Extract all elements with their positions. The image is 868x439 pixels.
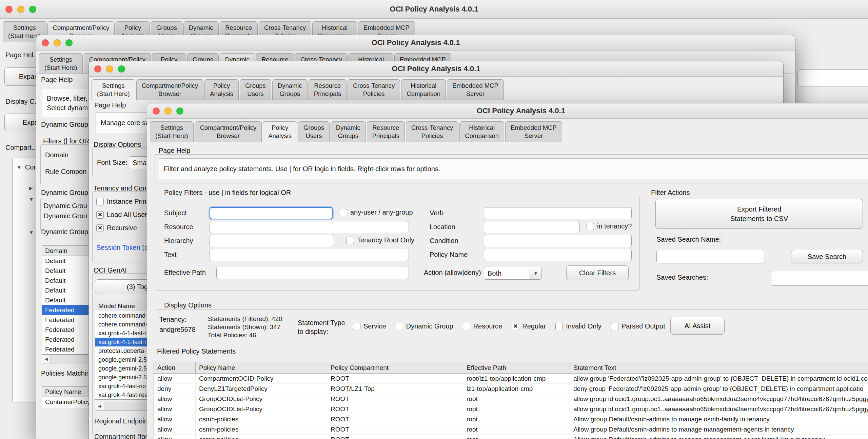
titlebar[interactable]: OCI Policy Analysis 4.0.1 xyxy=(89,61,783,77)
close-icon[interactable] xyxy=(42,39,49,46)
tab[interactable]: Settings (Start Here) xyxy=(150,121,194,142)
tab[interactable]: Policy Analysis xyxy=(204,79,239,100)
column-header-action[interactable]: Action xyxy=(154,362,196,373)
checkbox-row[interactable]: Invalid Only xyxy=(555,322,601,330)
tab[interactable]: Historical Comparison xyxy=(459,121,504,142)
checkbox[interactable] xyxy=(611,323,618,330)
tab[interactable]: Groups Users xyxy=(298,121,330,142)
tab[interactable]: Cross-Tenancy Policies xyxy=(406,121,458,142)
saved-search-name-input[interactable] xyxy=(656,250,764,263)
subject-input[interactable] xyxy=(210,207,333,219)
minimize-icon[interactable] xyxy=(164,107,172,115)
scroll-left-icon[interactable]: ◀ xyxy=(42,355,51,363)
tab[interactable]: Settings (Start Here) xyxy=(92,79,135,100)
minimize-icon[interactable] xyxy=(54,39,61,46)
text-field-fragment[interactable] xyxy=(797,69,868,86)
tenancy-root-checkbox[interactable] xyxy=(347,237,354,244)
condition-input[interactable] xyxy=(484,235,632,247)
tab[interactable]: Policy Analysis xyxy=(263,121,297,142)
table-row[interactable]: deny DenyLZ1TargetedPolicy ROOT/LZ1-Top … xyxy=(154,384,868,394)
titlebar[interactable]: OCI Policy Analysis 4.0.1 xyxy=(147,103,868,119)
chevron-down-icon[interactable]: ▼ xyxy=(29,196,34,202)
policy-name-input[interactable] xyxy=(484,249,632,261)
tab[interactable]: Settings (Start Here) xyxy=(39,53,83,74)
checkbox[interactable] xyxy=(463,323,470,330)
minimize-icon[interactable] xyxy=(17,6,24,13)
location-input[interactable] xyxy=(484,221,580,233)
close-icon[interactable] xyxy=(5,6,13,13)
session-token-link[interactable]: Session Token (oc xyxy=(96,244,152,252)
tree-node[interactable]: ▼ xyxy=(29,196,34,202)
in-tenancy-checkbox-row[interactable]: in tenancy? xyxy=(587,222,632,230)
filter-actions-label: Filter Actions xyxy=(651,189,690,197)
checkbox-row[interactable]: Resource xyxy=(463,322,502,330)
checkbox-row[interactable]: Service xyxy=(353,322,386,330)
tenancy-root-checkbox-row[interactable]: Tenancy Root Only xyxy=(347,236,414,244)
tab[interactable]: Embedded MCP Server xyxy=(447,79,504,100)
tab[interactable]: Embedded MCP Server xyxy=(505,121,562,142)
checkbox-row[interactable]: Parsed Output xyxy=(611,322,665,330)
minimize-icon[interactable] xyxy=(106,65,113,73)
table-row[interactable]: allow GroupOCIDList-Policy ROOT root all… xyxy=(154,394,868,404)
table-row[interactable]: allow GroupOCIDList-Policy ROOT root all… xyxy=(154,404,868,414)
clear-filters-button[interactable]: Clear Filters xyxy=(566,265,629,280)
table-row[interactable]: allow osmh-policies ROOT root Allow grou… xyxy=(154,414,868,424)
action-select[interactable]: Both ▼ xyxy=(484,267,542,280)
close-icon[interactable] xyxy=(94,65,101,73)
tab[interactable]: Dynamic Groups xyxy=(331,121,366,142)
chevron-down-icon[interactable]: ▼ xyxy=(29,230,34,235)
column-header-statement-text[interactable]: Statement Text xyxy=(570,362,868,373)
checkbox[interactable] xyxy=(555,323,563,330)
column-header-effective-path[interactable]: Effective Path xyxy=(463,362,570,373)
zoom-icon[interactable] xyxy=(29,6,36,13)
any-user-checkbox[interactable] xyxy=(340,209,347,216)
tab[interactable]: Historical Comparison xyxy=(401,79,446,100)
text-input[interactable] xyxy=(210,249,409,261)
chevron-down-icon[interactable]: ▼ xyxy=(17,164,22,170)
tab[interactable]: Resource Principals xyxy=(367,121,405,142)
checkbox[interactable] xyxy=(512,323,519,330)
checkbox-row[interactable]: Recursive xyxy=(96,224,151,232)
saved-searches-select[interactable] xyxy=(771,271,868,286)
verb-input[interactable] xyxy=(484,207,632,219)
titlebar[interactable]: OCI Policy Analysis 4.0.1 xyxy=(0,0,868,19)
tab[interactable]: Dynamic Groups xyxy=(272,79,308,100)
titlebar[interactable]: OCI Policy Analysis 4.0.1 xyxy=(36,35,795,51)
zoom-icon[interactable] xyxy=(65,39,73,46)
resource-input[interactable] xyxy=(210,221,409,233)
chevron-down-icon[interactable]: ▼ xyxy=(530,267,541,279)
tab[interactable]: Compartment/Policy Browser xyxy=(195,121,262,142)
zoom-icon[interactable] xyxy=(118,65,125,73)
save-search-button[interactable]: Save Search xyxy=(791,250,863,263)
checkbox-row[interactable]: Instance Princi xyxy=(96,198,151,205)
ai-assist-button[interactable]: AI Assist xyxy=(670,317,725,335)
table-row[interactable]: allow CompartmentOCID-Policy ROOT root/l… xyxy=(154,374,868,384)
checkbox[interactable] xyxy=(96,211,104,219)
column-header-policy-compartment[interactable]: Policy Compartment xyxy=(327,362,463,373)
tab[interactable]: Compartment/Policy Browser xyxy=(136,79,204,100)
in-tenancy-checkbox[interactable] xyxy=(587,223,594,230)
checkbox[interactable] xyxy=(353,323,360,330)
hierarchy-input[interactable] xyxy=(210,235,334,247)
tab[interactable]: Cross-Tenancy Policies xyxy=(348,79,400,100)
any-user-checkbox-row[interactable]: any-user / any-group xyxy=(340,208,413,216)
checkbox-row[interactable]: Load All Users xyxy=(96,211,151,219)
checkbox[interactable] xyxy=(96,198,104,205)
checkbox-row[interactable]: Regular xyxy=(512,322,546,330)
tab[interactable]: Groups Users xyxy=(240,79,271,100)
chevron-right-icon[interactable]: ▶ xyxy=(29,185,33,191)
checkbox[interactable] xyxy=(96,224,104,232)
checkbox[interactable] xyxy=(396,323,403,330)
tree-node[interactable]: ▶ xyxy=(29,185,33,191)
export-csv-button[interactable]: Export Filtered Statements to CSV xyxy=(655,199,863,229)
column-header-policy-name[interactable]: Policy Name xyxy=(196,362,327,373)
table-row[interactable]: allow osmh-policies ROOT root Allow grou… xyxy=(154,424,868,435)
tab[interactable]: Resource Principals xyxy=(309,79,347,100)
checkbox-row[interactable]: Dynamic Group xyxy=(396,322,453,330)
table-row[interactable]: allow osmh-policies ROOT root Allow grou… xyxy=(154,435,868,439)
effective-path-input[interactable] xyxy=(216,267,409,279)
zoom-icon[interactable] xyxy=(176,107,183,115)
scroll-left-icon[interactable]: ◀ xyxy=(95,402,104,410)
tree-node[interactable]: ▼ xyxy=(29,230,34,235)
close-icon[interactable] xyxy=(153,107,160,115)
